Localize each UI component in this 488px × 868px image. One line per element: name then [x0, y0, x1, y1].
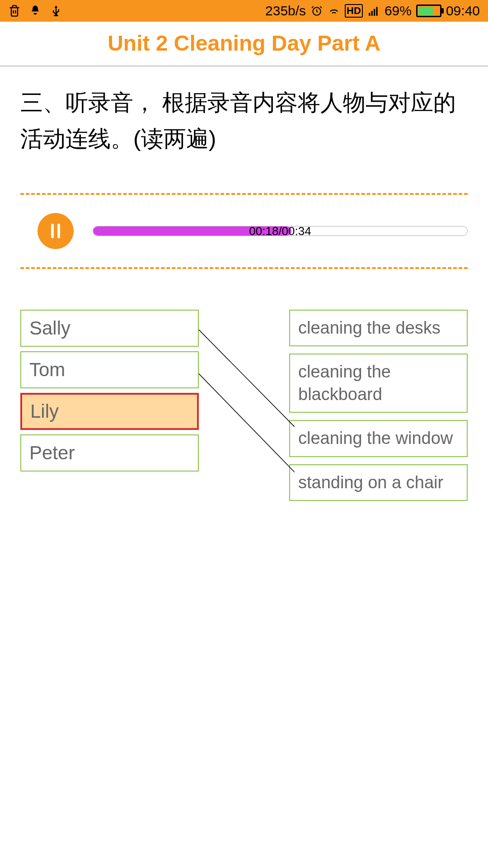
battery-icon	[416, 5, 441, 17]
progress-time: 00:18/00:34	[249, 226, 311, 236]
svg-line-5	[199, 330, 295, 427]
wifi-icon	[328, 5, 340, 17]
status-right: 235b/s HD 69% 09:40	[265, 3, 480, 19]
matching-exercise: Sally Tom Lily Peter cleaning the desks …	[20, 310, 468, 501]
usb-icon	[50, 5, 62, 17]
signal-icon	[367, 5, 380, 17]
network-speed: 235b/s	[265, 3, 306, 19]
trash-icon	[8, 5, 21, 17]
svg-rect-4	[376, 7, 377, 16]
svg-rect-1	[369, 13, 370, 16]
person-sally[interactable]: Sally	[20, 310, 199, 347]
activity-chair[interactable]: standing on a chair	[289, 464, 468, 501]
status-left	[8, 5, 62, 17]
people-column: Sally Tom Lily Peter	[20, 310, 199, 501]
audio-player: 00:18/00:34	[20, 193, 468, 269]
activity-window[interactable]: cleaning the window	[289, 420, 468, 457]
instruction-text: 三、听录音， 根据录音内容将人物与对应的活动连线。(读两遍)	[20, 85, 468, 157]
pause-icon	[51, 224, 60, 238]
person-peter[interactable]: Peter	[20, 434, 199, 472]
status-bar: 235b/s HD 69% 09:40	[0, 0, 488, 22]
page-title: Unit 2 Cleaning Day Part A	[0, 31, 488, 56]
svg-rect-3	[374, 9, 375, 16]
activity-desks[interactable]: cleaning the desks	[289, 310, 468, 346]
svg-rect-2	[371, 11, 372, 16]
pause-button[interactable]	[38, 213, 74, 249]
activities-column: cleaning the desks cleaning the blackboa…	[289, 310, 468, 501]
audio-progress-bar[interactable]: 00:18/00:34	[93, 226, 468, 236]
connection-lines	[199, 310, 295, 501]
svg-line-6	[199, 374, 295, 472]
alarm-icon	[310, 5, 323, 17]
content-area: 三、听录音， 根据录音内容将人物与对应的活动连线。(读两遍) 00:18/00:…	[0, 66, 488, 501]
page-header: Unit 2 Cleaning Day Part A	[0, 22, 488, 66]
person-lily[interactable]: Lily	[20, 393, 199, 430]
activity-blackboard[interactable]: cleaning the blackboard	[289, 354, 468, 413]
notification-icon	[29, 5, 42, 17]
hd-icon: HD	[345, 4, 363, 18]
clock-time: 09:40	[446, 3, 480, 19]
person-tom[interactable]: Tom	[20, 351, 199, 388]
battery-percent: 69%	[385, 3, 412, 19]
